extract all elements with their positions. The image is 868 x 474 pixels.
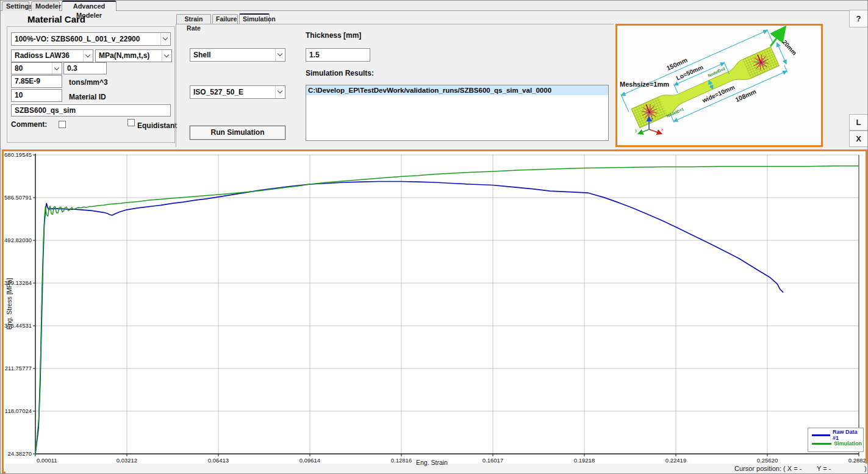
help-button[interactable]: ? (849, 10, 868, 27)
l-button[interactable]: L (849, 114, 868, 131)
simulation-results-label: Simulation Results: (306, 69, 374, 77)
dim-length-label: 150mm (665, 56, 689, 72)
y-tick-label: 492.82030 (4, 237, 32, 243)
equidistant-label: Equidistant (137, 121, 177, 130)
x-tick-label: 0.28821 (848, 457, 866, 464)
element-type-value: Shell (193, 51, 211, 59)
chart-legend: Raw Data #1 Simulation (808, 428, 864, 452)
chevron-down-icon[interactable] (83, 50, 93, 62)
chevron-down-icon[interactable] (162, 50, 171, 62)
y-tick-label: 24.38270 (7, 450, 32, 457)
x-tick-label: 0.22419 (665, 457, 686, 464)
chevron-down-icon[interactable] (275, 49, 285, 61)
results-listbox[interactable]: C:\Develop_EP\TestDevWork/validation_run… (306, 85, 609, 141)
chevron-down-icon[interactable] (275, 86, 285, 98)
tab-advanced-modeler[interactable]: Advanced Modeler (62, 1, 117, 11)
y-tick-label: 118.07024 (5, 408, 32, 414)
chevron-down-icon[interactable] (160, 33, 170, 45)
stress-strain-plot[interactable]: Eng. Stress [MPa] 24.38270118.07024211.7… (4, 151, 866, 464)
x-tick-label: 0.12816 (391, 457, 412, 464)
modulus-select-value: 80 (15, 64, 23, 73)
tab-modeler[interactable]: Modeler (31, 1, 60, 11)
run-simulation-button[interactable]: Run Simulation (190, 126, 285, 140)
dim-endwidth-label: 20mm (781, 39, 798, 57)
specimen-preview-panel: 150mm Lo=50mm NodeID=2 NodeID=1 wide=10m… (615, 24, 823, 147)
unit-select[interactable]: MPa(N,mm,t,s) (95, 49, 172, 62)
modulus-select[interactable]: 80 (11, 62, 62, 74)
law-select-value: Radioss LAW36 (15, 51, 70, 60)
unit-select-value: MPa(N,mm,t,s) (99, 51, 149, 60)
cursor-position-x: Cursor position: ( X = - (734, 465, 802, 472)
y-tick-label: 211.75777 (5, 365, 32, 372)
x-tick-label: 0.09614 (299, 457, 320, 464)
tab-settings[interactable]: Settings (2, 1, 29, 11)
x-tick-label: 0.03212 (117, 457, 137, 464)
law-select[interactable]: Radioss LAW36 (11, 49, 93, 62)
tab-simulation[interactable]: Simulation (239, 13, 270, 24)
simulation-legend-swatch (812, 443, 831, 445)
material-id-field[interactable]: 10 (11, 89, 62, 102)
y-tick-label: 680.19545 (4, 151, 32, 158)
raw-data-curve (35, 182, 783, 454)
material-select-value: 100%-VO: SZBS600_L_001_v_22900 (15, 35, 140, 43)
stress-strain-chart-panel: Eng. Stress [MPa] 24.38270118.07024211.7… (2, 149, 867, 473)
main-tab-bar: Settings Modeler Advanced Modeler (1, 1, 868, 11)
simulation-legend-label: Simulation (834, 440, 862, 447)
test-standard-select[interactable]: ISO_527_50_E (190, 85, 285, 99)
thickness-label: Thickness [mm] (306, 31, 361, 40)
test-standard-value: ISO_527_50_E (193, 88, 243, 96)
poisson-field[interactable]: 0.3 (63, 62, 107, 74)
density-field[interactable]: 7.85E-9 (11, 75, 62, 88)
meshsize-label: Meshsize=1mm (620, 81, 669, 88)
x-tick-label: 0.25620 (757, 457, 778, 464)
x-tick-label: 0.19218 (574, 457, 595, 464)
thickness-field[interactable]: 1.5 (306, 48, 370, 62)
chevron-down-icon[interactable] (52, 63, 62, 74)
x-tick-label: 0.16017 (482, 457, 503, 464)
simulation-curve (35, 166, 859, 454)
cursor-position-y: Y = - (817, 465, 831, 472)
y-tick-label: 399.13284 (4, 279, 32, 286)
material-id-label: Material ID (69, 93, 106, 101)
x-axis-title: Eng. Strain (416, 459, 448, 466)
z-axis-label: z (651, 117, 653, 121)
cursor-position-suffix: ) (864, 465, 867, 472)
tab-failure[interactable]: Failure (212, 14, 238, 24)
x-tick-label: 0.00011 (37, 457, 57, 464)
y-tick-label: 586.50791 (4, 194, 32, 201)
element-type-select[interactable]: Shell (190, 48, 285, 62)
dim-span-label: 108mm (734, 88, 757, 104)
y-axis-label: y (635, 128, 637, 133)
density-unit-label: tons/mm^3 (69, 78, 108, 87)
material-name-field[interactable]: SZBS600_qs_sim (11, 104, 171, 117)
equidistant-checkbox[interactable] (127, 119, 135, 126)
raw-data-legend-swatch (812, 434, 830, 436)
x-axis-label: x (661, 127, 664, 132)
raw-data-legend-label: Raw Data #1 (833, 429, 863, 441)
results-list-item[interactable]: C:\Develop_EP\TestDevWork/validation_run… (306, 85, 608, 95)
tab-strain-rate[interactable]: Strain Rate (176, 14, 211, 24)
material-select[interactable]: 100%-VO: SZBS600_L_001_v_22900 (11, 32, 171, 46)
y-tick-label: 305.44531 (4, 322, 32, 329)
specimen-drawing: 150mm Lo=50mm NodeID=2 NodeID=1 wide=10m… (617, 26, 821, 145)
comment-label: Comment: (11, 120, 47, 129)
x-tick-label: 0.06413 (208, 457, 229, 464)
x-button[interactable]: X (849, 131, 868, 147)
comment-checkbox[interactable] (59, 121, 66, 128)
